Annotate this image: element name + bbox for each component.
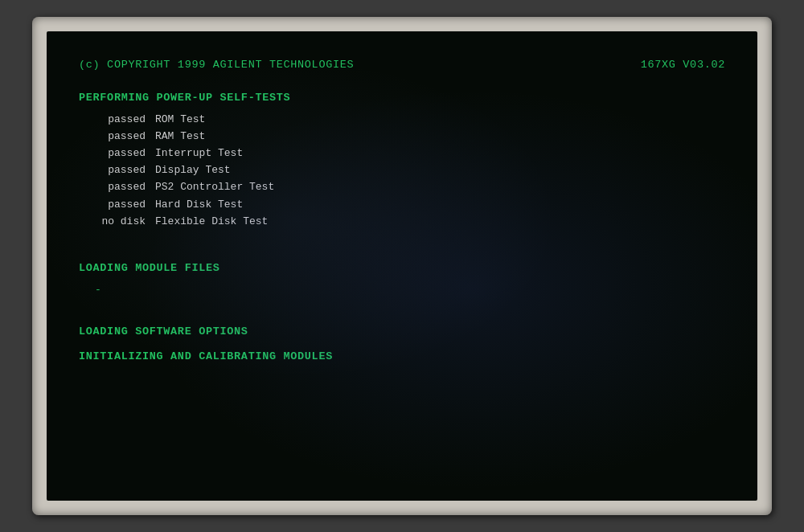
table-row: passedPS2 Controller Test [95,179,725,195]
table-row: passedROM Test [95,112,725,128]
test-status: passed [95,197,155,213]
test-name: PS2 Controller Test [155,179,274,195]
screen-content: (c) COPYRIGHT 1999 AGILENT TECHNOLOGIES … [47,31,757,501]
screen: (c) COPYRIGHT 1999 AGILENT TECHNOLOGIES … [47,31,757,501]
test-status: passed [95,112,155,128]
version-text: 167XG V03.02 [641,57,725,74]
test-status: no disk [95,214,155,230]
table-row: passedHard Disk Test [95,197,725,213]
table-row: passedRAM Test [95,129,725,145]
test-name: Hard Disk Test [155,197,243,213]
table-row: no diskFlexible Disk Test [95,214,725,230]
selftest-header: PERFORMING POWER-UP SELF-TESTS [79,90,725,107]
table-row: passedDisplay Test [95,162,725,178]
test-status: passed [95,129,155,145]
monitor-bezel: (c) COPYRIGHT 1999 AGILENT TECHNOLOGIES … [32,17,772,515]
test-name: ROM Test [155,112,205,128]
test-name: Interrupt Test [155,145,243,162]
test-name: Flexible Disk Test [155,214,268,230]
table-row: passedInterrupt Test [95,145,725,162]
test-name: Display Test [155,162,231,178]
loading-module-header: LOADING MODULE FILES [79,260,725,277]
loading-software-section: LOADING SOFTWARE OPTIONS [79,324,725,341]
loading-software-header: LOADING SOFTWARE OPTIONS [79,324,725,341]
loading-module-section: LOADING MODULE FILES - [79,260,725,298]
test-name: RAM Test [155,129,205,145]
copyright-text: (c) COPYRIGHT 1999 AGILENT TECHNOLOGIES [79,57,354,74]
test-status: passed [95,162,155,178]
test-status: passed [95,145,155,162]
initializing-section: INITIALIZING AND CALIBRATING MODULES [79,349,725,366]
test-status: passed [95,179,155,195]
dash-line: - [95,282,725,298]
initializing-header: INITIALIZING AND CALIBRATING MODULES [79,349,725,366]
test-table: passedROM TestpassedRAM TestpassedInterr… [95,112,725,230]
copyright-line: (c) COPYRIGHT 1999 AGILENT TECHNOLOGIES … [79,57,725,74]
